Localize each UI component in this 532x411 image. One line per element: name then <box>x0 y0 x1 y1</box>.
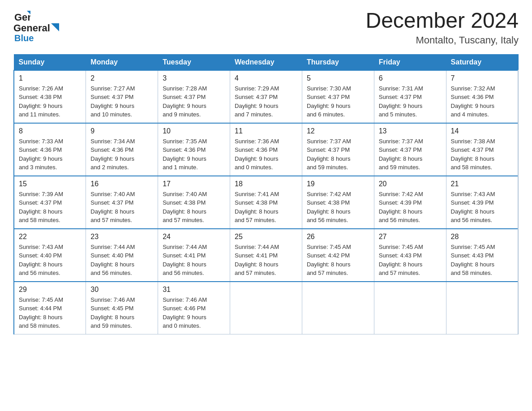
table-row: 9Sunrise: 7:34 AMSunset: 4:36 PMDaylight… <box>86 123 158 176</box>
col-monday: Monday <box>86 54 158 70</box>
calendar-week-row: 22Sunrise: 7:43 AMSunset: 4:40 PMDayligh… <box>14 229 518 282</box>
table-row: 18Sunrise: 7:41 AMSunset: 4:38 PMDayligh… <box>230 176 302 229</box>
day-number: 2 <box>90 74 153 82</box>
day-number: 24 <box>163 233 225 241</box>
day-info: Sunrise: 7:42 AMSunset: 4:38 PMDaylight:… <box>307 190 369 225</box>
col-friday: Friday <box>374 54 446 70</box>
table-row: 1Sunrise: 7:26 AMSunset: 4:38 PMDaylight… <box>14 70 86 123</box>
col-sunday: Sunday <box>14 54 86 70</box>
day-number: 13 <box>379 127 442 135</box>
day-number: 30 <box>90 286 153 294</box>
day-info: Sunrise: 7:30 AMSunset: 4:37 PMDaylight:… <box>307 84 369 119</box>
table-row: 23Sunrise: 7:44 AMSunset: 4:40 PMDayligh… <box>86 229 158 282</box>
day-number: 12 <box>307 127 369 135</box>
table-row: 26Sunrise: 7:45 AMSunset: 4:42 PMDayligh… <box>302 229 374 282</box>
table-row: 15Sunrise: 7:39 AMSunset: 4:37 PMDayligh… <box>14 176 86 229</box>
day-number: 21 <box>451 180 513 188</box>
calendar-week-row: 8Sunrise: 7:33 AMSunset: 4:36 PMDaylight… <box>14 123 518 176</box>
day-number: 10 <box>163 127 225 135</box>
table-row: 19Sunrise: 7:42 AMSunset: 4:38 PMDayligh… <box>302 176 374 229</box>
day-info: Sunrise: 7:42 AMSunset: 4:39 PMDaylight:… <box>379 190 442 225</box>
day-number: 31 <box>163 286 225 294</box>
day-info: Sunrise: 7:26 AMSunset: 4:38 PMDaylight:… <box>19 84 81 119</box>
day-number: 23 <box>90 233 153 241</box>
day-info: Sunrise: 7:45 AMSunset: 4:42 PMDaylight:… <box>307 243 369 278</box>
day-number: 8 <box>19 127 81 135</box>
table-row: 20Sunrise: 7:42 AMSunset: 4:39 PMDayligh… <box>374 176 446 229</box>
day-number: 14 <box>451 127 513 135</box>
table-row: 6Sunrise: 7:31 AMSunset: 4:37 PMDaylight… <box>374 70 446 123</box>
day-info: Sunrise: 7:37 AMSunset: 4:37 PMDaylight:… <box>307 137 369 172</box>
col-saturday: Saturday <box>446 54 518 70</box>
day-number: 1 <box>19 74 81 82</box>
table-row: 13Sunrise: 7:37 AMSunset: 4:37 PMDayligh… <box>374 123 446 176</box>
day-info: Sunrise: 7:40 AMSunset: 4:38 PMDaylight:… <box>163 190 225 225</box>
svg-marker-2 <box>51 23 59 31</box>
table-row: 16Sunrise: 7:40 AMSunset: 4:37 PMDayligh… <box>86 176 158 229</box>
day-info: Sunrise: 7:45 AMSunset: 4:43 PMDaylight:… <box>451 243 513 278</box>
day-number: 18 <box>235 180 297 188</box>
day-info: Sunrise: 7:39 AMSunset: 4:37 PMDaylight:… <box>19 190 81 225</box>
day-number: 6 <box>379 74 442 82</box>
col-wednesday: Wednesday <box>230 54 302 70</box>
day-number: 27 <box>379 233 442 241</box>
logo-area: General General Blue <box>13 9 59 43</box>
day-info: Sunrise: 7:46 AMSunset: 4:46 PMDaylight:… <box>163 295 225 330</box>
day-number: 16 <box>90 180 153 188</box>
table-row: 10Sunrise: 7:35 AMSunset: 4:36 PMDayligh… <box>158 123 230 176</box>
table-row: 5Sunrise: 7:30 AMSunset: 4:37 PMDaylight… <box>302 70 374 123</box>
day-info: Sunrise: 7:43 AMSunset: 4:40 PMDaylight:… <box>19 243 81 278</box>
table-row <box>230 282 302 334</box>
day-info: Sunrise: 7:29 AMSunset: 4:37 PMDaylight:… <box>235 84 297 119</box>
table-row <box>446 282 518 334</box>
calendar-subtitle: Montalto, Tuscany, Italy <box>365 34 519 46</box>
day-number: 28 <box>451 233 513 241</box>
day-info: Sunrise: 7:44 AMSunset: 4:40 PMDaylight:… <box>90 243 153 278</box>
day-info: Sunrise: 7:40 AMSunset: 4:37 PMDaylight:… <box>90 190 153 225</box>
col-tuesday: Tuesday <box>158 54 230 70</box>
table-row: 31Sunrise: 7:46 AMSunset: 4:46 PMDayligh… <box>158 282 230 334</box>
day-info: Sunrise: 7:36 AMSunset: 4:36 PMDaylight:… <box>235 137 297 172</box>
title-area: December 2024 Montalto, Tuscany, Italy <box>365 9 519 46</box>
table-row: 2Sunrise: 7:27 AMSunset: 4:37 PMDaylight… <box>86 70 158 123</box>
table-row: 27Sunrise: 7:45 AMSunset: 4:43 PMDayligh… <box>374 229 446 282</box>
col-thursday: Thursday <box>302 54 374 70</box>
day-number: 25 <box>235 233 297 241</box>
day-number: 4 <box>235 74 297 82</box>
logo-triangle-icon <box>51 23 59 33</box>
logo-general-text: General <box>13 22 50 34</box>
table-row <box>302 282 374 334</box>
table-row: 8Sunrise: 7:33 AMSunset: 4:36 PMDaylight… <box>14 123 86 176</box>
logo-blue-text: Blue <box>14 33 34 43</box>
day-number: 11 <box>235 127 297 135</box>
page-header: General General Blue December 2024 Monta… <box>13 9 519 46</box>
table-row: 14Sunrise: 7:38 AMSunset: 4:37 PMDayligh… <box>446 123 518 176</box>
day-info: Sunrise: 7:45 AMSunset: 4:44 PMDaylight:… <box>19 295 81 330</box>
calendar-week-row: 1Sunrise: 7:26 AMSunset: 4:38 PMDaylight… <box>14 70 518 123</box>
calendar-week-row: 29Sunrise: 7:45 AMSunset: 4:44 PMDayligh… <box>14 282 518 334</box>
day-number: 5 <box>307 74 369 82</box>
day-info: Sunrise: 7:44 AMSunset: 4:41 PMDaylight:… <box>235 243 297 278</box>
table-row: 25Sunrise: 7:44 AMSunset: 4:41 PMDayligh… <box>230 229 302 282</box>
table-row: 28Sunrise: 7:45 AMSunset: 4:43 PMDayligh… <box>446 229 518 282</box>
day-info: Sunrise: 7:27 AMSunset: 4:37 PMDaylight:… <box>90 84 153 119</box>
day-number: 29 <box>19 286 81 294</box>
day-info: Sunrise: 7:32 AMSunset: 4:36 PMDaylight:… <box>451 84 513 119</box>
calendar-header-row: Sunday Monday Tuesday Wednesday Thursday… <box>14 54 518 70</box>
calendar-title: December 2024 <box>365 9 519 33</box>
day-info: Sunrise: 7:41 AMSunset: 4:38 PMDaylight:… <box>235 190 297 225</box>
day-info: Sunrise: 7:34 AMSunset: 4:36 PMDaylight:… <box>90 137 153 172</box>
day-info: Sunrise: 7:35 AMSunset: 4:36 PMDaylight:… <box>163 137 225 172</box>
table-row <box>374 282 446 334</box>
calendar-week-row: 15Sunrise: 7:39 AMSunset: 4:37 PMDayligh… <box>14 176 518 229</box>
day-number: 17 <box>163 180 225 188</box>
table-row: 12Sunrise: 7:37 AMSunset: 4:37 PMDayligh… <box>302 123 374 176</box>
table-row: 7Sunrise: 7:32 AMSunset: 4:36 PMDaylight… <box>446 70 518 123</box>
day-number: 20 <box>379 180 442 188</box>
day-info: Sunrise: 7:46 AMSunset: 4:45 PMDaylight:… <box>90 295 153 330</box>
table-row: 11Sunrise: 7:36 AMSunset: 4:36 PMDayligh… <box>230 123 302 176</box>
table-row: 3Sunrise: 7:28 AMSunset: 4:37 PMDaylight… <box>158 70 230 123</box>
calendar-table: Sunday Monday Tuesday Wednesday Thursday… <box>13 54 519 334</box>
day-number: 7 <box>451 74 513 82</box>
day-number: 3 <box>163 74 225 82</box>
